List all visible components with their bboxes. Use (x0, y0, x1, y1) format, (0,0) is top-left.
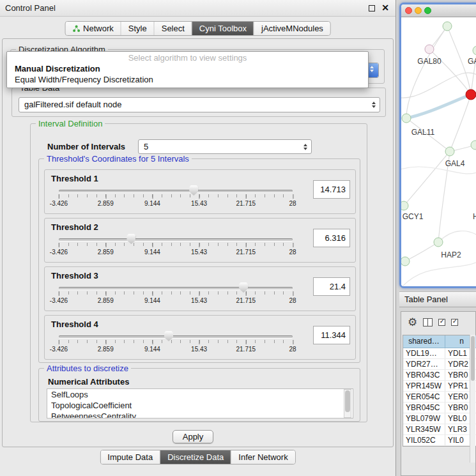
spinner-value: 5 (144, 142, 148, 151)
attribute-list-item[interactable]: BetweennessCentrality (47, 411, 353, 418)
slider-scale: -3.4262.8599.14415.4321.71528 (59, 247, 293, 257)
attribute-list-item[interactable]: SelfLoops (47, 389, 353, 400)
gear-icon[interactable]: ⚙ (408, 317, 417, 328)
table-row[interactable]: YBL079WYBL0 (403, 413, 476, 424)
threshold-slider[interactable]: -3.4262.8599.14415.4321.71528 (59, 185, 293, 212)
columns-icon[interactable] (423, 318, 433, 326)
tab-label: Select (162, 24, 185, 33)
table-scrollbar[interactable] (470, 335, 475, 463)
column-header-shared-name[interactable]: shared… (403, 335, 445, 348)
slider-scale-label: 21.715 (236, 249, 256, 256)
table-data-combobox[interactable]: galFiltered.sif default node (19, 97, 380, 112)
table-row[interactable]: YIL052CYIL0 (403, 435, 476, 446)
slider-scale-label: -3.426 (50, 346, 68, 353)
node-table-header: shared… n (403, 335, 476, 348)
slider-scale: -3.4262.8599.14415.4321.71528 (59, 295, 293, 305)
spinner-arrows-icon[interactable] (303, 144, 307, 150)
table-row[interactable]: YBR045CYBR0 (403, 403, 476, 413)
slider-scale-label: 21.715 (236, 297, 256, 304)
threshold-4-panel: Threshold 4 -3.4262.8599.14415.4321.7152… (44, 315, 356, 360)
tab-infer-network[interactable]: Infer Network (231, 450, 295, 464)
tab-select[interactable]: Select (155, 22, 192, 35)
network-node-gcy1[interactable] (401, 201, 408, 210)
attribute-list-item[interactable]: TopologicalCoefficient (47, 400, 353, 411)
network-node-gal80[interactable] (425, 45, 434, 54)
slider-ticks (59, 291, 293, 295)
slider-scale-label: 28 (289, 200, 296, 207)
threshold-1-panel: Threshold 1 -3.4262.8599.14415.4321.7152… (44, 169, 356, 214)
table-row[interactable]: YBR043CYBR0 (403, 370, 476, 381)
node-table-body: YDL19…YDL1YDR27…YDR2YBR043CYBR0YPR145WYP… (403, 348, 476, 446)
control-panel-titlebar[interactable]: Control Panel ✕ (0, 0, 395, 17)
table-cell: YDR27… (403, 359, 445, 369)
popup-prompt: Select algorithm to view settings (7, 53, 368, 63)
apply-button[interactable]: Apply (173, 430, 213, 443)
threshold-label: Threshold 4 (51, 319, 98, 329)
network-canvas[interactable]: GAL80 GA GAL11 GAL4 GCY1 HAP2 H (401, 17, 476, 288)
threshold-value-field[interactable]: 6.316 (313, 229, 350, 247)
slider-scale-label: -3.426 (50, 297, 68, 304)
tab-jactivemnodules[interactable]: jActiveMNodules (254, 22, 330, 35)
attributes-list-scrollbar[interactable] (344, 389, 351, 418)
threshold-slider[interactable]: -3.4262.8599.14415.4321.71528 (59, 234, 293, 261)
slider-track[interactable] (59, 238, 293, 241)
checkbox-icon[interactable] (451, 319, 458, 326)
threshold-value-field[interactable]: 14.713 (313, 180, 350, 199)
popup-item-equal-width-frequency[interactable]: Equal Width/Frequency Discretization (7, 74, 368, 85)
network-view-window[interactable]: GAL80 GA GAL11 GAL4 GCY1 HAP2 H (399, 3, 476, 288)
scrollbar-thumb[interactable] (471, 336, 475, 381)
threshold-slider[interactable]: -3.4262.8599.14415.4321.71528 (59, 331, 293, 358)
combobox-arrows-icon[interactable] (372, 102, 376, 108)
number-of-intervals-label: Number of Intervals (47, 142, 125, 151)
threshold-slider[interactable]: -3.4262.8599.14415.4321.71528 (59, 282, 293, 309)
network-node-label: GCY1 (403, 212, 424, 221)
table-cell: YLR345W (403, 424, 445, 434)
network-node[interactable] (473, 46, 476, 55)
minimize-traffic-light-icon[interactable] (415, 7, 422, 14)
tab-label: Infer Network (238, 452, 288, 462)
network-node-gal4[interactable] (445, 147, 454, 156)
network-window-titlebar[interactable] (401, 4, 476, 17)
slider-scale-label: 2.859 (98, 297, 114, 304)
table-panel-header[interactable]: Table Panel (399, 291, 476, 307)
table-row[interactable]: YLR345WYLR3 (403, 424, 476, 435)
table-row[interactable]: YPR145WYPR1 (403, 381, 476, 392)
popup-item-manual-discretization[interactable]: Manual Discretization (7, 63, 368, 74)
control-panel-window: Control Panel ✕ Network Style Select (0, 0, 396, 476)
network-node[interactable] (443, 22, 452, 31)
tab-network[interactable]: Network (65, 22, 121, 35)
threshold-value-field[interactable]: 11.344 (313, 326, 350, 344)
network-node-selected[interactable] (466, 89, 476, 100)
table-row[interactable]: YDR27…YDR2 (403, 359, 476, 370)
attributes-list[interactable]: SelfLoopsTopologicalCoefficientBetweenne… (47, 388, 353, 418)
network-node[interactable] (471, 141, 476, 150)
threshold-label: Threshold 2 (51, 222, 98, 232)
number-of-intervals-spinner[interactable]: 5 (138, 139, 312, 154)
table-row[interactable]: YDL19…YDL1 (403, 348, 476, 359)
threshold-2-panel: Threshold 2 -3.4262.8599.14415.4321.7152… (44, 218, 356, 263)
zoom-traffic-light-icon[interactable] (424, 7, 431, 14)
network-node-hap2[interactable] (434, 238, 443, 247)
float-window-icon[interactable] (369, 5, 375, 12)
tab-cyni-toolbox[interactable]: Cyni Toolbox (192, 22, 254, 35)
checkbox-icon[interactable] (438, 319, 445, 326)
tab-discretize-data[interactable]: Discretize Data (160, 450, 231, 464)
tab-style[interactable]: Style (121, 22, 155, 35)
node-table: shared… n YDL19…YDL1YDR27…YDR2YBR043CYBR… (403, 335, 476, 447)
highlighted-edge[interactable] (406, 95, 471, 118)
scrollbar-thumb[interactable] (345, 390, 350, 412)
slider-scale-label: 28 (289, 346, 296, 353)
close-icon[interactable]: ✕ (381, 3, 389, 13)
network-node-gal11[interactable] (402, 114, 411, 123)
threshold-value-field[interactable]: 21.4 (313, 277, 350, 296)
network-node[interactable] (401, 257, 410, 266)
close-traffic-light-icon[interactable] (405, 7, 412, 14)
slider-scale-label: 9.144 (144, 346, 160, 353)
slider-track[interactable] (59, 335, 293, 338)
slider-track[interactable] (59, 190, 293, 192)
slider-scale-label: 15.43 (191, 346, 207, 353)
slider-ticks (59, 243, 293, 246)
slider-track[interactable] (59, 287, 293, 289)
tab-impute-data[interactable]: Impute Data (100, 450, 160, 464)
table-row[interactable]: YER054CYER0 (403, 392, 476, 403)
